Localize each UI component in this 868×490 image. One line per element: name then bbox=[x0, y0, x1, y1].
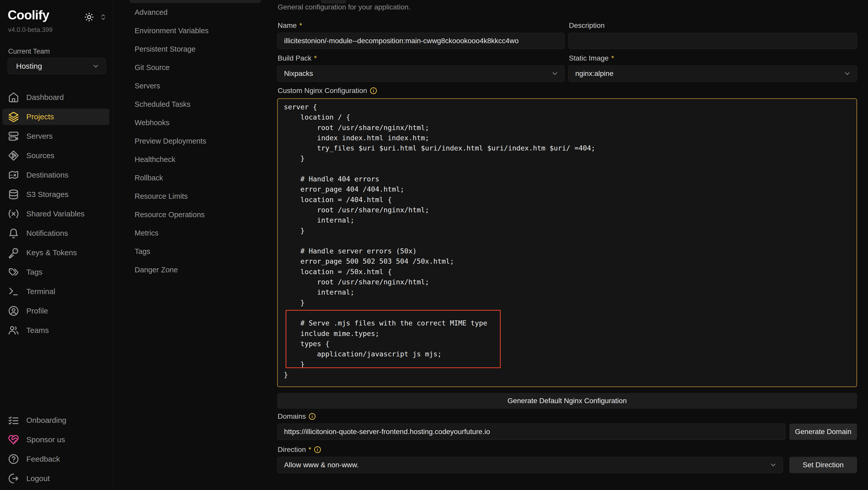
sidebar-item-label: Keys & Tokens bbox=[26, 248, 77, 257]
app-logo: Coolify bbox=[8, 8, 49, 23]
sidebar-item-label: Dashboard bbox=[26, 93, 64, 102]
settings-nav-item-scheduled-tasks[interactable]: Scheduled Tasks bbox=[129, 97, 261, 112]
required-marker: * bbox=[308, 446, 311, 454]
sidebar-item-notifications[interactable]: Notifications bbox=[2, 225, 109, 241]
description-label: Description bbox=[569, 22, 604, 30]
chevron-down-icon bbox=[769, 461, 777, 469]
users-icon bbox=[8, 325, 19, 336]
tags-icon bbox=[8, 267, 19, 278]
app-window: Coolify v4.0.0-beta.399 Current Team Hos… bbox=[0, 0, 868, 490]
sun-icon[interactable] bbox=[84, 12, 94, 22]
required-marker: * bbox=[611, 54, 614, 62]
terminal-icon bbox=[8, 286, 19, 297]
server-icon bbox=[8, 130, 19, 142]
direction-select[interactable]: Allow www & non-www. bbox=[277, 457, 783, 473]
sidebar-item-s3-storages[interactable]: S3 Storages bbox=[2, 186, 109, 203]
name-input[interactable] bbox=[277, 33, 564, 49]
settings-nav-item-git-source[interactable]: Git Source bbox=[129, 60, 261, 75]
settings-nav-item-advanced[interactable]: Advanced bbox=[129, 5, 261, 20]
settings-nav-item-danger-zone[interactable]: Danger Zone bbox=[129, 263, 261, 277]
generate-default-nginx-button[interactable]: Generate Default Nginx Configuration bbox=[277, 393, 857, 409]
settings-nav-list: AdvancedEnvironment VariablesPersistent … bbox=[129, 5, 261, 281]
settings-nav-item-resource-operations[interactable]: Resource Operations bbox=[129, 207, 261, 222]
help-circle-icon bbox=[8, 454, 19, 465]
sidebar-item-label: Sponsor us bbox=[26, 435, 65, 444]
build-pack-label: Build Pack* bbox=[278, 54, 317, 62]
description-input[interactable] bbox=[568, 33, 857, 49]
parentheses-x-icon bbox=[8, 208, 19, 219]
custom-nginx-label: Custom Nginx Configuration bbox=[278, 87, 377, 95]
sidebar-item-destinations[interactable]: Destinations bbox=[2, 167, 109, 183]
sidebar-item-teams[interactable]: Teams bbox=[2, 322, 109, 338]
sidebar-item-keys-tokens[interactable]: Keys & Tokens bbox=[2, 244, 109, 261]
sidebar-item-label: Destinations bbox=[26, 171, 68, 179]
sidebar-item-label: Sources bbox=[26, 151, 54, 160]
sidebar-item-label: Logout bbox=[26, 474, 50, 483]
chevron-down-icon bbox=[551, 70, 559, 78]
team-select[interactable]: Hosting bbox=[8, 58, 106, 74]
page-subtitle: General configuration for your applicati… bbox=[278, 3, 410, 11]
sidebar-item-label: Profile bbox=[26, 307, 48, 315]
sidebar-item-onboarding[interactable]: Onboarding bbox=[2, 412, 109, 428]
settings-nav-item-rollback[interactable]: Rollback bbox=[129, 171, 261, 185]
layers-icon bbox=[8, 111, 19, 122]
static-image-value: nginx:alpine bbox=[575, 69, 613, 78]
info-icon[interactable] bbox=[308, 412, 316, 420]
sidebar: Coolify v4.0.0-beta.399 Current Team Hos… bbox=[0, 0, 114, 490]
static-image-select[interactable]: nginx:alpine bbox=[568, 65, 857, 82]
bell-icon bbox=[8, 227, 19, 239]
settings-nav-item-persistent-storage[interactable]: Persistent Storage bbox=[129, 42, 261, 57]
sidebar-item-projects[interactable]: Projects bbox=[2, 109, 109, 125]
info-icon[interactable] bbox=[314, 446, 321, 454]
required-marker: * bbox=[299, 22, 302, 30]
sidebar-item-label: Projects bbox=[26, 113, 54, 121]
home-icon bbox=[8, 92, 19, 103]
settings-nav-item-healthcheck[interactable]: Healthcheck bbox=[129, 152, 261, 167]
settings-nav-item-metrics[interactable]: Metrics bbox=[129, 225, 261, 240]
info-icon[interactable] bbox=[370, 87, 377, 94]
build-pack-value: Nixpacks bbox=[284, 69, 313, 78]
settings-nav-active-item-cutoff[interactable] bbox=[129, 0, 261, 3]
sidebar-item-logout[interactable]: Logout bbox=[2, 470, 109, 487]
sidebar-item-label: S3 Storages bbox=[26, 190, 68, 199]
sidebar-item-sources[interactable]: Sources bbox=[2, 147, 109, 164]
sidebar-item-shared-variables[interactable]: Shared Variables bbox=[2, 206, 109, 222]
domains-label: Domains bbox=[278, 412, 316, 421]
team-select-value: Hosting bbox=[16, 62, 42, 70]
sidebar-item-label: Shared Variables bbox=[26, 210, 85, 218]
nginx-config-code[interactable]: server { location / { root /usr/share/ng… bbox=[284, 102, 595, 380]
required-marker: * bbox=[314, 54, 317, 62]
map-icon bbox=[8, 170, 19, 181]
sidebar-item-tags[interactable]: Tags bbox=[2, 264, 109, 280]
direction-label: Direction* bbox=[278, 446, 321, 454]
heart-handshake-icon bbox=[8, 434, 19, 445]
sidebar-item-sponsor-us[interactable]: Sponsor us bbox=[2, 431, 109, 448]
app-version: v4.0.0-beta.399 bbox=[8, 26, 53, 33]
chevron-down-icon bbox=[92, 62, 100, 70]
direction-value: Allow www & non-www. bbox=[284, 461, 359, 469]
sidebar-item-dashboard[interactable]: Dashboard bbox=[2, 89, 109, 105]
main-content: General configuration for your applicati… bbox=[277, 0, 868, 490]
settings-nav-item-webhooks[interactable]: Webhooks bbox=[129, 115, 261, 130]
sidebar-item-label: Feedback bbox=[26, 455, 60, 463]
settings-nav-item-resource-limits[interactable]: Resource Limits bbox=[129, 189, 261, 204]
settings-nav-item-tags[interactable]: Tags bbox=[129, 244, 261, 259]
sidebar-item-terminal[interactable]: Terminal bbox=[2, 283, 109, 300]
settings-nav-item-environment-variables[interactable]: Environment Variables bbox=[129, 23, 261, 38]
build-pack-select[interactable]: Nixpacks bbox=[277, 65, 564, 82]
nginx-config-editor[interactable]: server { location / { root /usr/share/ng… bbox=[277, 98, 857, 387]
generate-domain-button[interactable]: Generate Domain bbox=[789, 424, 857, 440]
sidebar-item-feedback[interactable]: Feedback bbox=[2, 451, 109, 467]
set-direction-button[interactable]: Set Direction bbox=[789, 457, 857, 473]
chevrons-up-down-icon[interactable] bbox=[100, 13, 107, 21]
settings-nav-item-servers[interactable]: Servers bbox=[129, 79, 261, 93]
sidebar-item-label: Notifications bbox=[26, 229, 68, 238]
checklist-icon bbox=[8, 415, 19, 426]
settings-nav-item-preview-deployments[interactable]: Preview Deployments bbox=[129, 133, 261, 148]
domains-input[interactable] bbox=[277, 424, 785, 440]
sidebar-footer-nav: OnboardingSponsor usFeedbackLogout bbox=[2, 412, 109, 490]
sidebar-item-profile[interactable]: Profile bbox=[2, 303, 109, 319]
user-circle-icon bbox=[8, 305, 19, 316]
sidebar-item-servers[interactable]: Servers bbox=[2, 128, 109, 144]
sidebar-item-label: Terminal bbox=[26, 287, 55, 296]
